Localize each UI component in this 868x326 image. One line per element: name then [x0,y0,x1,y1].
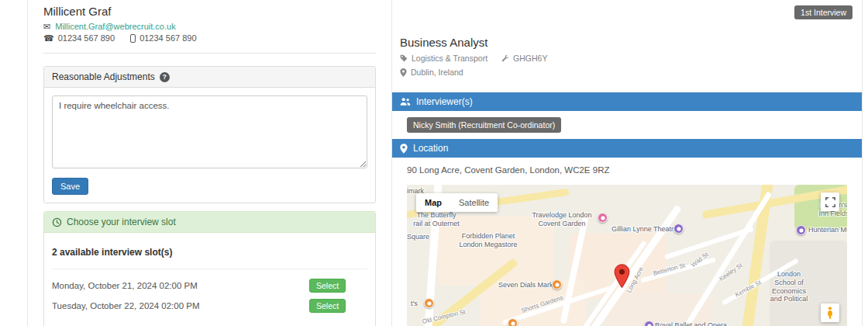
candidate-email-link[interactable]: Millicent.Graf@webrecruit.co.uk [55,22,175,31]
satellite-view-button[interactable]: Satellite [450,193,498,212]
candidate-header: Millicent Graf ✉ Millicent.Graf@webrecru… [43,0,376,54]
help-icon[interactable]: ? [160,72,170,82]
reasonable-adjustments-panel: Reasonable Adjustments ? I require wheel… [43,66,376,203]
adjustments-title: Reasonable Adjustments [52,71,155,82]
map-label-group: Travelodge London Covent Garden [529,211,594,228]
job-location: Dublin, Ireland [411,68,463,77]
users-icon [400,97,411,106]
map-label: Economics [759,287,819,296]
tag-icon [400,54,408,62]
adjustments-textarea[interactable]: I require wheelchair access. [52,95,367,168]
wrench-icon [501,54,509,62]
map-label: Hunterian Museum [808,226,847,234]
location-pin-icon [400,144,408,154]
interview-slots-panel: Choose your interview slot 2 available i… [43,211,376,326]
envelope-icon: ✉ [43,23,50,31]
interview-details-panel: 1st Interview Business Analyst Logistics… [391,0,863,326]
map-label-group: London School of Economics and Political [759,270,819,303]
interview-round-badge: 1st Interview [794,5,852,19]
map-view-button[interactable]: Map [416,193,450,212]
job-category: Logistics & Transport [412,54,487,63]
interviewer-badge: Nicky Smith (Recruitment Co-ordinator) [407,117,561,133]
map-label: rail at Outernet [407,220,466,228]
slot-row: Monday, October 21, 2024 02:00 PM Select [52,279,367,293]
map-label: Covent Garden [529,220,594,228]
job-title: Business Analyst [400,36,862,49]
mobile-icon [130,34,136,43]
map-label: Seven Dials Market [498,281,559,290]
map-type-control: Map Satellite [416,193,498,212]
map-label: and Political [759,295,819,303]
pegman-icon [825,307,835,319]
shop-poi-icon[interactable] [508,318,518,326]
job-reference: GHGH6Y [513,54,547,63]
select-slot-button[interactable]: Select [309,299,346,313]
save-button[interactable]: Save [52,178,88,195]
map-label-group: The Butterfly rail at Outernet [407,211,466,228]
shop-poi-icon[interactable] [424,298,434,308]
map-label: Gillian Lynne Theatre [611,225,677,234]
map-label: Travelodge London [529,211,594,220]
candidate-name: Millicent Graf [43,5,376,18]
location-title: Location [413,143,448,154]
map-label: School of [759,279,819,287]
divider [52,269,367,269]
map-label: t's [411,300,418,308]
slot-row: Tuesday, October 22, 2024 02:00 PM Selec… [52,299,367,313]
museum-poi-icon[interactable] [796,225,806,235]
map-label-group: Forbidden Planet London Megastore [452,232,525,249]
interviewers-title: Interviewer(s) [416,96,473,107]
candidate-panel: Millicent Graf ✉ Millicent.Graf@webrecru… [27,0,376,326]
map-label: London Megastore [452,241,525,249]
opera-poi-icon[interactable] [644,321,654,326]
map-label: Forbidden Planet [452,232,525,241]
market-poi-icon[interactable] [552,279,562,290]
slot-label: Monday, October 21, 2024 02:00 PM [52,281,309,290]
interview-address: 90 Long Acre, Covent Garden, London, WC2… [407,165,862,175]
map-label: Square [407,233,429,241]
map-label: The Butterfly [407,211,466,220]
fullscreen-icon [825,197,835,207]
map-marker-icon[interactable] [614,264,630,292]
map-label: London [759,270,819,279]
candidate-mobile: 01234 567 890 [140,33,196,43]
map-canvas[interactable]: imark The Butterfly rail at Outernet Squ… [407,185,847,326]
clock-icon [52,217,62,227]
interviewers-header: Interviewer(s) [392,92,862,111]
phone-icon: ☎ [43,34,54,43]
slot-label: Tuesday, October 22, 2024 02:00 PM [52,301,309,310]
map-pin-icon [400,68,407,77]
map-label: Royal Ballet and Opera [655,321,727,326]
slots-count: 2 available interview slot(s) [52,247,367,258]
lodging-poi-icon[interactable] [598,213,608,223]
fullscreen-button[interactable] [821,192,839,211]
candidate-phone: 01234 567 890 [58,33,115,43]
slots-title: Choose your interview slot [67,217,176,227]
pegman-button[interactable] [821,303,839,322]
select-slot-button[interactable]: Select [309,279,346,293]
theatre-poi-icon[interactable] [673,224,684,234]
location-header: Location [392,139,862,158]
